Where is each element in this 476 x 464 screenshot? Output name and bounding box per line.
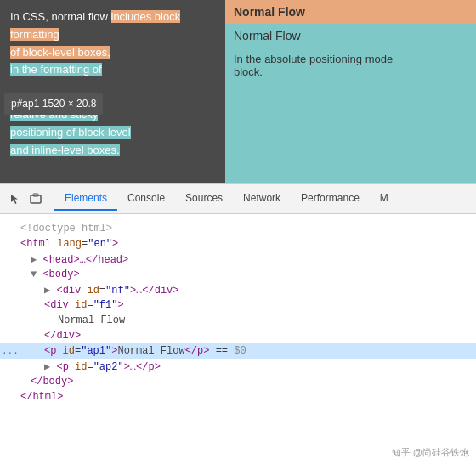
tab-sources[interactable]: Sources xyxy=(175,187,233,211)
tab-console[interactable]: Console xyxy=(117,187,175,211)
code-line-10: ▶ <p id="ap2">…</p> xyxy=(0,359,476,374)
preview-area: In CSS, normal flow includes block forma… xyxy=(0,0,476,183)
right-title: Normal Flow xyxy=(225,0,476,24)
box-icon[interactable] xyxy=(27,190,44,207)
devtools-tab-bar: Elements Console Sources Network Perform… xyxy=(0,184,476,214)
cursor-icon[interactable] xyxy=(7,190,24,207)
tab-elements[interactable]: Elements xyxy=(54,187,117,211)
tooltip: p#ap1 1520 × 20.8 xyxy=(4,93,103,115)
code-line-2: <html lang="en"> xyxy=(0,236,476,252)
right-content: In the absolute positioning modeblock. xyxy=(225,48,476,183)
code-line-12: </html> xyxy=(0,389,476,405)
code-line-11: </body> xyxy=(0,374,476,389)
watermark: 知乎 @尚硅谷铁炮 xyxy=(392,446,469,459)
tab-more[interactable]: M xyxy=(370,187,399,211)
right-subtitle: Normal Flow xyxy=(225,24,476,48)
devtools-panel: Elements Console Sources Network Perform… xyxy=(0,183,476,464)
code-line-4: ▼ <body> xyxy=(0,267,476,282)
right-panel: Normal Flow Normal Flow In the absolute … xyxy=(225,0,476,183)
code-line-7: Normal Flow xyxy=(0,313,476,328)
tab-icons xyxy=(3,190,48,207)
code-line-6: <div id="f1"> xyxy=(0,297,476,313)
code-line-5: ▶ <div id="nf">…</div> xyxy=(0,282,476,297)
tab-network[interactable]: Network xyxy=(233,187,291,211)
code-line-8: </div> xyxy=(0,328,476,343)
tab-performance[interactable]: Performance xyxy=(291,187,370,211)
code-area: <!doctype html> <html lang="en"> ▶ <head… xyxy=(0,214,476,464)
left-panel: In CSS, normal flow includes block forma… xyxy=(0,0,225,183)
code-line-3: ▶ <head>…</head> xyxy=(0,252,476,267)
left-text: In CSS, normal flow includes block forma… xyxy=(10,10,180,76)
code-line-9-selected[interactable]: ... <p id="ap1">Normal Flow</p> == $0 xyxy=(0,343,476,359)
code-line-1: <!doctype html> xyxy=(0,221,476,236)
